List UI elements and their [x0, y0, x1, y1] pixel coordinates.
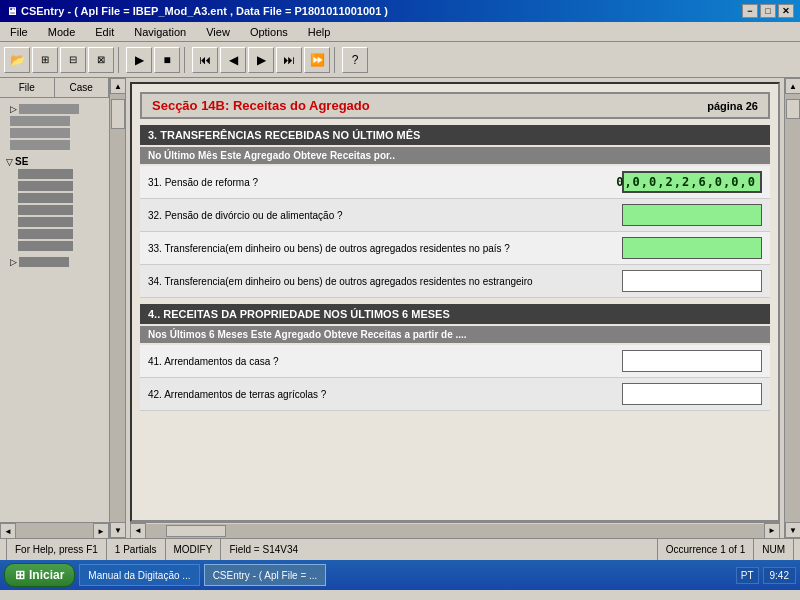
- right-vscroll-track: [785, 94, 800, 522]
- tree-item-expand[interactable]: ▷: [2, 257, 107, 267]
- section3-subtitle: No Último Mês Este Agregado Obteve Recei…: [140, 147, 770, 164]
- hscroll-left[interactable]: ◄: [130, 523, 146, 539]
- row32-label: 32. Pensão de divórcio ou de alimentação…: [148, 210, 622, 221]
- row31-input[interactable]: 0,0,0,2,2,6,0,0,0: [622, 171, 762, 193]
- title-bar-controls: − □ ✕: [742, 4, 794, 18]
- taskbar-item-manual[interactable]: Manual da Digitação ...: [79, 564, 199, 586]
- row33-label: 33. Transferencia(em dinheiro ou bens) d…: [148, 243, 622, 254]
- tree-item-10[interactable]: [2, 229, 107, 239]
- section-title: Secção 14B: Receitas do Agregado: [152, 98, 370, 113]
- h-scroll: ◄ ►: [130, 522, 780, 538]
- left-hscroll-track: [16, 523, 93, 538]
- tree-item-2[interactable]: [2, 116, 107, 126]
- menu-edit[interactable]: Edit: [89, 24, 120, 40]
- toolbar-grid2[interactable]: ⊟: [60, 47, 86, 73]
- form-row-31: 31. Pensão de reforma ? 0,0,0,2,2,6,0,0,…: [140, 166, 770, 199]
- close-button[interactable]: ✕: [778, 4, 794, 18]
- tab-file[interactable]: File: [0, 78, 55, 97]
- form-row-42: 42. Arrendamentos de terras agrícolas ?: [140, 378, 770, 411]
- right-vscroll-thumb[interactable]: [786, 99, 800, 119]
- toolbar-grid1[interactable]: ⊞: [32, 47, 58, 73]
- tree-item-1[interactable]: ▷: [2, 104, 107, 114]
- status-field: Field = S14V34: [221, 539, 657, 560]
- toolbar-next[interactable]: ▶: [248, 47, 274, 73]
- title-bar-text: CSEntry - ( Apl File = IBEP_Mod_A3.ent ,…: [21, 5, 388, 17]
- menu-view[interactable]: View: [200, 24, 236, 40]
- left-tree: ▷ ▽ SE: [0, 98, 109, 522]
- start-label: Iniciar: [29, 568, 64, 582]
- maximize-button[interactable]: □: [760, 4, 776, 18]
- toolbar-open[interactable]: 📂: [4, 47, 30, 73]
- left-vscroll-up[interactable]: ▲: [110, 78, 126, 94]
- toolbar-sep1: [118, 47, 122, 73]
- taskbar-item-csentry[interactable]: CSEntry - ( Apl File = ...: [204, 564, 327, 586]
- right-vscroll-up[interactable]: ▲: [785, 78, 800, 94]
- hscroll-thumb[interactable]: [166, 525, 226, 537]
- row31-value: 0,0,0,2,2,6,0,0,0: [616, 175, 756, 189]
- row33-input[interactable]: [622, 237, 762, 259]
- section-header: Secção 14B: Receitas do Agregado página …: [140, 92, 770, 119]
- row42-input[interactable]: [622, 383, 762, 405]
- toolbar-play[interactable]: ▶: [126, 47, 152, 73]
- left-scroll-right[interactable]: ►: [93, 523, 109, 538]
- app-icon: 🖥: [6, 5, 17, 17]
- tree-item-4[interactable]: [2, 140, 107, 150]
- taskbar-item-csentry-label: CSEntry - ( Apl File = ...: [213, 570, 318, 581]
- title-bar: 🖥 CSEntry - ( Apl File = IBEP_Mod_A3.ent…: [0, 0, 800, 22]
- row32-input[interactable]: [622, 204, 762, 226]
- toolbar-grid3[interactable]: ⊠: [88, 47, 114, 73]
- menu-bar: File Mode Edit Navigation View Options H…: [0, 22, 800, 42]
- toolbar-prev[interactable]: ◀: [220, 47, 246, 73]
- left-vscroll-down[interactable]: ▼: [110, 522, 126, 538]
- row41-input[interactable]: [622, 350, 762, 372]
- taskbar-item-manual-label: Manual da Digitação ...: [88, 570, 190, 581]
- main-layout: File Case ▷ ▽ S: [0, 78, 800, 538]
- menu-mode[interactable]: Mode: [42, 24, 82, 40]
- tab-case[interactable]: Case: [55, 78, 110, 97]
- tree-item-8[interactable]: [2, 205, 107, 215]
- toolbar-sep3: [334, 47, 338, 73]
- tray-time: 9:42: [763, 567, 796, 584]
- start-button[interactable]: ⊞ Iniciar: [4, 563, 75, 587]
- right-vscroll-down[interactable]: ▼: [785, 522, 800, 538]
- form-row-32: 32. Pensão de divórcio ou de alimentação…: [140, 199, 770, 232]
- tree-item-7[interactable]: [2, 193, 107, 203]
- tray-lang: PT: [736, 567, 759, 584]
- tree-item-5[interactable]: [2, 169, 107, 179]
- row34-input[interactable]: [622, 270, 762, 292]
- left-vscroll-thumb[interactable]: [111, 99, 125, 129]
- toolbar-ff[interactable]: ⏩: [304, 47, 330, 73]
- toolbar-last[interactable]: ⏭: [276, 47, 302, 73]
- hscroll-track: [146, 524, 764, 538]
- section4-header: 4.. RECEITAS DA PROPRIEDADE NOS ÚLTIMOS …: [140, 304, 770, 324]
- status-bar: For Help, press F1 1 Partials MODIFY Fie…: [0, 538, 800, 560]
- menu-help[interactable]: Help: [302, 24, 337, 40]
- form-row-33: 33. Transferencia(em dinheiro ou bens) d…: [140, 232, 770, 265]
- windows-icon: ⊞: [15, 568, 25, 582]
- row41-label: 41. Arrendamentos da casa ?: [148, 356, 622, 367]
- tree-item-3[interactable]: [2, 128, 107, 138]
- tree-item-6[interactable]: [2, 181, 107, 191]
- page-info: página 26: [707, 100, 758, 112]
- minimize-button[interactable]: −: [742, 4, 758, 18]
- toolbar-sep2: [184, 47, 188, 73]
- toolbar-help[interactable]: ?: [342, 47, 368, 73]
- taskbar: ⊞ Iniciar Manual da Digitação ... CSEntr…: [0, 560, 800, 590]
- left-vscroll-track: [110, 94, 125, 522]
- menu-file[interactable]: File: [4, 24, 34, 40]
- left-scroll-left[interactable]: ◄: [0, 523, 16, 538]
- section4-subtitle: Nos Últimos 6 Meses Este Agregado Obteve…: [140, 326, 770, 343]
- section3-header: 3. TRANSFERÊNCIAS RECEBIDAS NO ÚLTIMO MÊ…: [140, 125, 770, 145]
- tree-item-11[interactable]: [2, 241, 107, 251]
- hscroll-right[interactable]: ►: [764, 523, 780, 539]
- toolbar-stop[interactable]: ■: [154, 47, 180, 73]
- menu-navigation[interactable]: Navigation: [128, 24, 192, 40]
- tree-item-9[interactable]: [2, 217, 107, 227]
- status-help: For Help, press F1: [6, 539, 107, 560]
- content-area: Secção 14B: Receitas do Agregado página …: [126, 78, 784, 538]
- tree-item-se[interactable]: ▽ SE: [2, 156, 107, 167]
- row31-label: 31. Pensão de reforma ?: [148, 177, 622, 188]
- menu-options[interactable]: Options: [244, 24, 294, 40]
- left-vscroll: ▲ ▼: [110, 78, 126, 538]
- toolbar-first[interactable]: ⏮: [192, 47, 218, 73]
